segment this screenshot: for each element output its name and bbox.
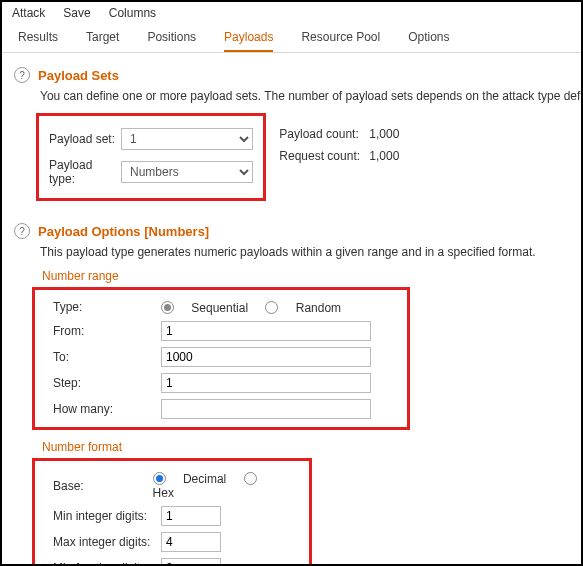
base-group: Decimal Hex (153, 471, 297, 501)
radio-random-label: Random (296, 301, 341, 315)
payload-type-label: Payload type: (49, 158, 121, 186)
max-int-input[interactable] (161, 532, 221, 552)
radio-hex-label: Hex (153, 486, 174, 500)
payload-sets-header: ? Payload Sets (14, 67, 569, 83)
step-input[interactable] (161, 373, 371, 393)
tab-options[interactable]: Options (408, 30, 449, 52)
tab-target[interactable]: Target (86, 30, 119, 52)
to-label: To: (53, 350, 161, 364)
request-count-value: 1,000 (369, 149, 399, 163)
to-input[interactable] (161, 347, 371, 367)
payload-set-label: Payload set: (49, 132, 121, 146)
number-range-heading: Number range (42, 269, 569, 283)
payload-options-desc: This payload type generates numeric payl… (40, 245, 569, 259)
min-int-label: Min integer digits: (53, 509, 161, 523)
payload-sets-title: Payload Sets (38, 68, 119, 83)
from-label: From: (53, 324, 161, 338)
help-icon[interactable]: ? (14, 67, 30, 83)
radio-sequential-label: Sequential (191, 301, 248, 315)
range-type-label: Type: (53, 300, 161, 314)
from-input[interactable] (161, 321, 371, 341)
radio-decimal-label: Decimal (183, 472, 226, 486)
min-frac-label: Min fraction digits: (53, 561, 161, 566)
payload-sets-desc: You can define one or more payload sets.… (40, 89, 569, 103)
payload-count-label: Payload count: (279, 127, 369, 141)
payload-counts: Payload count: 1,000 Request count: 1,00… (279, 113, 399, 171)
menu-attack[interactable]: Attack (12, 6, 45, 20)
min-int-input[interactable] (161, 506, 221, 526)
request-count-label: Request count: (279, 149, 369, 163)
payload-options-title: Payload Options [Numbers] (38, 224, 209, 239)
radio-decimal[interactable] (153, 472, 166, 485)
tab-results[interactable]: Results (18, 30, 58, 52)
radio-hex[interactable] (244, 472, 257, 485)
range-type-group: Sequential Random (161, 300, 355, 315)
payload-set-box: Payload set: 1 Payload type: Numbers (36, 113, 266, 201)
payload-options-header: ? Payload Options [Numbers] (14, 223, 569, 239)
tab-payloads[interactable]: Payloads (224, 30, 273, 52)
menu-save[interactable]: Save (63, 6, 90, 20)
tab-bar: Results Target Positions Payloads Resour… (2, 24, 581, 53)
howmany-label: How many: (53, 402, 161, 416)
base-label: Base: (53, 479, 153, 493)
payload-count-value: 1,000 (369, 127, 399, 141)
tab-resource-pool[interactable]: Resource Pool (301, 30, 380, 52)
menu-columns[interactable]: Columns (109, 6, 156, 20)
min-frac-input[interactable] (161, 558, 221, 566)
number-format-box: Base: Decimal Hex Min integer digits: Ma… (32, 458, 312, 566)
content-area: ? Payload Sets You can define one or mor… (2, 53, 581, 566)
radio-sequential[interactable] (161, 301, 174, 314)
tab-positions[interactable]: Positions (147, 30, 196, 52)
payload-set-select[interactable]: 1 (121, 128, 253, 150)
howmany-input[interactable] (161, 399, 371, 419)
payload-type-select[interactable]: Numbers (121, 161, 253, 183)
max-int-label: Max integer digits: (53, 535, 161, 549)
help-icon[interactable]: ? (14, 223, 30, 239)
menubar: Attack Save Columns (2, 2, 581, 24)
number-range-box: Type: Sequential Random From: To: Step: … (32, 287, 410, 430)
number-format-heading: Number format (42, 440, 569, 454)
radio-random[interactable] (265, 301, 278, 314)
step-label: Step: (53, 376, 161, 390)
